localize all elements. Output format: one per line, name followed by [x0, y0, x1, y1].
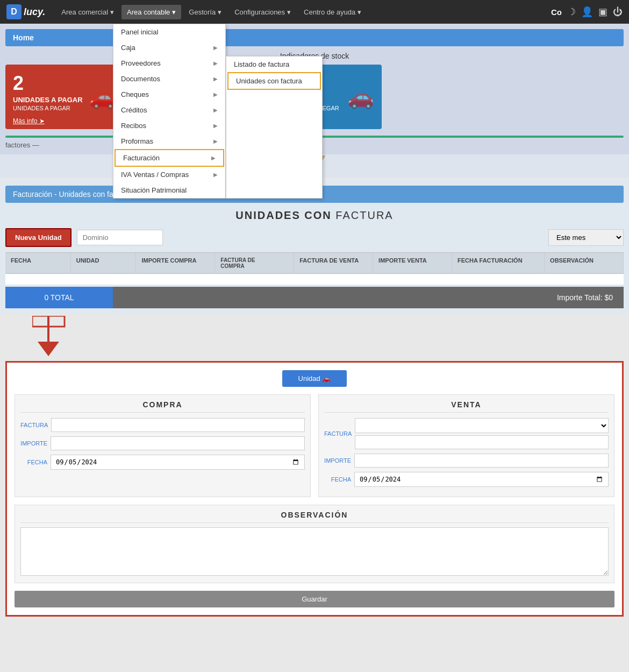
dropdown-item-proveedores[interactable]: Proveedores ▶ — [113, 55, 225, 71]
dropdown-item-documentos[interactable]: Documentos ▶ — [113, 71, 225, 87]
navbar-area-comercial[interactable]: Area comercial ▾ — [56, 5, 119, 19]
unit-button[interactable]: Unidad 🚗 — [282, 370, 347, 387]
label-factura-compra: FACTURA — [20, 422, 48, 428]
navbar-configuraciones[interactable]: Configuraciones ▾ — [229, 5, 296, 19]
chevron-right-icon: ▶ — [213, 107, 218, 113]
logo-text: lucy. — [24, 6, 45, 18]
svg-marker-2 — [38, 342, 59, 356]
dominio-input[interactable] — [77, 230, 163, 245]
form-row-importe-compra: IMPORTE — [20, 436, 305, 450]
label-fecha-compra: FECHA — [20, 459, 47, 465]
th-factura-venta: FACTURA DE VENTA — [294, 253, 373, 273]
dropdown-item-facturacion[interactable]: Facturación ▶ — [115, 149, 224, 167]
chevron-right-icon: ▶ — [211, 155, 216, 161]
card-unidades-pagar: 2 UNIDADES A PAGAR UNIDADES A PAGAR 🚗 Má… — [5, 65, 124, 129]
input-factura-compra[interactable] — [51, 418, 305, 432]
dropdown-item-recibos[interactable]: Recibos ▶ — [113, 118, 225, 133]
form-row-fecha-compra: FECHA — [20, 455, 305, 470]
th-fecha-facturacion: FECHA FACTURACIÓN — [452, 253, 545, 273]
input-fecha-venta[interactable] — [354, 472, 609, 487]
red-arrow-down — [32, 316, 97, 359]
chevron-right-icon: ▶ — [213, 138, 218, 144]
user-icon[interactable]: 👤 — [581, 6, 593, 18]
th-importe-venta: IMPORTE VENTA — [373, 253, 452, 273]
form-row-factura-compra: FACTURA — [20, 418, 305, 432]
table-empty-row — [5, 274, 624, 285]
chevron-right-icon: ▶ — [213, 60, 218, 66]
page-title-facturacion: UNIDADES CON FACTURA — [5, 209, 624, 222]
input-importe-venta[interactable] — [354, 454, 609, 468]
dropdown-submenu-listado[interactable]: Listado de factura — [226, 56, 322, 72]
dropdown-item-proformas[interactable]: Proformas ▶ — [113, 133, 225, 149]
th-unidad: UNIDAD — [71, 253, 137, 273]
compra-title: COMPRA — [20, 400, 305, 413]
toolbar-row: Nueva Unidad Este mes Mes anterior Últim… — [5, 228, 624, 247]
select-factura-venta[interactable] — [355, 418, 609, 433]
form-row-fecha-venta: FECHA — [324, 472, 609, 487]
logout-icon[interactable]: ⏻ — [613, 6, 623, 18]
th-importe-compra: IMPORTE COMPRA — [136, 253, 215, 273]
dropdown-item-cheques[interactable]: Cheques ▶ — [113, 87, 225, 102]
user-co: Co — [551, 8, 562, 17]
label-importe-compra: IMPORTE — [20, 440, 47, 447]
section-facturacion: Facturación - Unidades con factura UNIDA… — [0, 180, 629, 314]
new-unit-button[interactable]: Nueva Unidad — [5, 228, 72, 247]
venta-title: VENTA — [324, 400, 609, 413]
total-blue: 0 TOTAL — [5, 287, 113, 308]
logo-icon: D — [6, 4, 22, 19]
chevron-right-icon: ▶ — [213, 45, 218, 51]
navbar-gestoria[interactable]: Gestoría ▾ — [183, 5, 227, 19]
dropdown-overlay: Panel inicial Caja ▶ Proveedores ▶ Docum… — [113, 24, 323, 199]
form-sections: COMPRA FACTURA IMPORTE FECHA VENTA FACTU… — [15, 394, 614, 497]
navbar: D lucy. Area comercial ▾ Area contable ▾… — [0, 0, 629, 24]
th-observacion: OBSERVACIÓN — [545, 253, 624, 273]
dropdown-item-caja[interactable]: Caja ▶ — [113, 40, 225, 55]
navbar-right: Co ☽ 👤 ▣ ⏻ — [551, 6, 623, 18]
unit-button-row: Unidad 🚗 — [15, 370, 614, 387]
total-gray: Importe Total: $0 — [113, 287, 624, 308]
chevron-right-icon: ▶ — [213, 76, 218, 82]
label-factura-venta: FACTURA — [324, 430, 352, 437]
car-icon-red: 🚗 — [89, 84, 116, 110]
observacion-title: OBSERVACIÓN — [20, 511, 609, 523]
dropdown-submenu-unidades[interactable]: Unidades con factura — [227, 72, 321, 90]
navbar-menu: Area comercial ▾ Area contable ▾ Gestorí… — [56, 5, 551, 19]
red-arrow-section — [0, 314, 629, 361]
observacion-textarea[interactable] — [20, 527, 609, 576]
form-observacion: OBSERVACIÓN — [15, 505, 614, 583]
chevron-right-icon: ▶ — [213, 123, 218, 129]
logo[interactable]: D lucy. — [6, 4, 45, 19]
window-icon[interactable]: ▣ — [598, 6, 607, 18]
form-row-importe-venta: IMPORTE — [324, 454, 609, 468]
guardar-button[interactable]: Guardar — [15, 591, 614, 607]
dropdown-item-panel[interactable]: Panel inicial — [113, 24, 225, 40]
th-fecha: FECHA — [5, 253, 71, 273]
label-importe-venta: IMPORTE — [324, 457, 351, 464]
mas-info-red[interactable]: Más info ➤ — [13, 117, 45, 125]
table-header: FECHA UNIDAD IMPORTE COMPRA FACTURA DECO… — [5, 252, 624, 274]
month-select[interactable]: Este mes Mes anterior Últimos 3 meses Es… — [548, 229, 624, 246]
navbar-centro-ayuda[interactable]: Centro de ayuda ▾ — [298, 5, 367, 19]
dropdown-item-iva[interactable]: IVA Ventas / Compras ▶ — [113, 167, 225, 182]
table-footer: 0 TOTAL Importe Total: $0 — [5, 287, 624, 308]
form-venta: VENTA FACTURA IMPORTE FECHA — [318, 394, 614, 497]
section-form: Unidad 🚗 COMPRA FACTURA IMPORTE FECHA VE… — [5, 361, 624, 617]
navbar-area-contable[interactable]: Area contable ▾ — [121, 5, 181, 19]
label-fecha-venta: FECHA — [324, 476, 351, 483]
moon-icon[interactable]: ☽ — [567, 6, 576, 18]
dropdown-item-creditos[interactable]: Créditos ▶ — [113, 102, 225, 118]
dropdown-item-situacion[interactable]: Situación Patrimonial — [113, 182, 225, 198]
dropdown-submenu: Listado de factura Unidades con factura — [226, 56, 323, 199]
th-factura-compra: FACTURA DECOMPRA — [215, 253, 294, 273]
form-row-factura-venta: FACTURA — [324, 418, 609, 449]
car-icon-blue: 🚗 — [347, 84, 374, 110]
input-factura-venta-text[interactable] — [355, 435, 609, 449]
input-fecha-compra[interactable] — [51, 455, 305, 470]
chevron-right-icon: ▶ — [213, 91, 218, 97]
input-importe-compra[interactable] — [51, 436, 305, 450]
dropdown-menu: Panel inicial Caja ▶ Proveedores ▶ Docum… — [113, 24, 226, 199]
chevron-right-icon: ▶ — [213, 172, 218, 178]
form-compra: COMPRA FACTURA IMPORTE FECHA — [15, 394, 311, 497]
